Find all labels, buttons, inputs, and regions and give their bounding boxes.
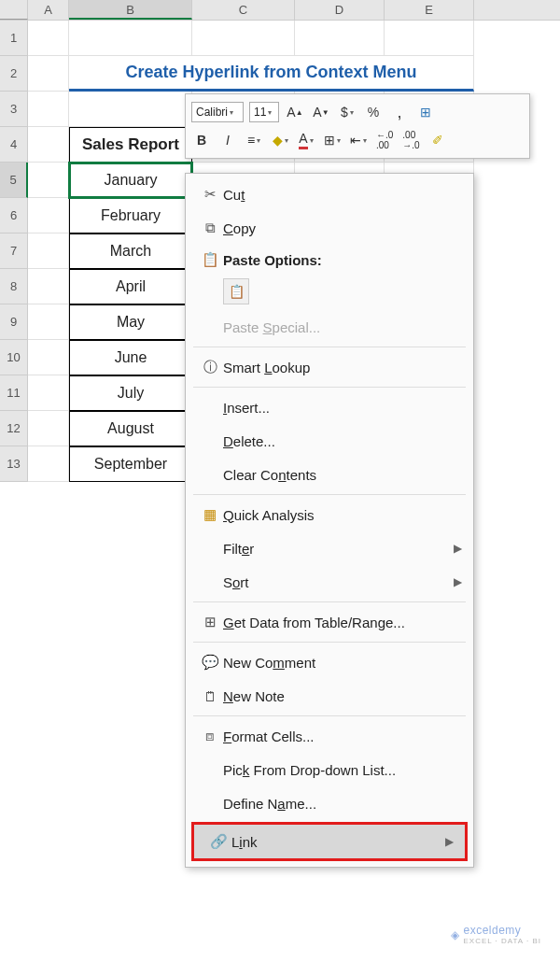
cell-a5[interactable] [28, 163, 69, 198]
cell-a13[interactable] [28, 446, 69, 482]
delete-menu-item[interactable]: Delete... [186, 424, 473, 458]
font-name-select[interactable]: Calibri▾ [191, 102, 244, 122]
row-header-8[interactable]: 8 [0, 269, 28, 304]
col-header-b[interactable]: B [69, 0, 192, 20]
italic-button[interactable]: I [217, 129, 238, 151]
cell-b13[interactable]: September [69, 446, 192, 482]
copy-menu-item[interactable]: ⧉Copy [186, 211, 473, 245]
comma-button[interactable]: , [389, 101, 410, 123]
smart-lookup-menu-item[interactable]: ⓘSmart Lookup [186, 350, 473, 384]
clipboard-icon: 📋 [197, 251, 223, 268]
cell-b3[interactable] [69, 92, 192, 127]
lightbulb-icon: ⓘ [197, 359, 223, 376]
col-header-e[interactable]: E [385, 0, 474, 20]
row-header-5[interactable]: 5 [0, 163, 28, 198]
font-size-select[interactable]: 11▾ [249, 102, 279, 122]
cell-d1[interactable] [295, 21, 385, 56]
separator [193, 347, 466, 347]
row-header-11[interactable]: 11 [0, 375, 28, 411]
new-note-menu-item[interactable]: 🗒New Note [186, 679, 473, 713]
currency-button[interactable]: $▾ [337, 101, 357, 123]
column-headers: A B C D E [0, 0, 560, 21]
insert-menu-item[interactable]: Insert... [186, 390, 473, 424]
filter-menu-item[interactable]: Filter▶ [186, 531, 473, 565]
cell-a6[interactable] [28, 198, 69, 233]
table-icon: ⊞ [197, 614, 223, 630]
format-painter-icon[interactable]: ✐ [427, 129, 448, 151]
fill-color-button[interactable]: ◆▾ [270, 129, 290, 151]
cell-b8[interactable]: April [69, 269, 192, 304]
cell-a7[interactable] [28, 233, 69, 269]
increase-font-icon[interactable]: A▲ [285, 101, 305, 123]
decrease-font-icon[interactable]: A▼ [311, 101, 331, 123]
row-header-2[interactable]: 2 [0, 56, 28, 92]
table-header-cell[interactable]: Sales Report [69, 127, 192, 163]
clear-contents-menu-item[interactable]: Clear Contents [186, 458, 473, 491]
watermark: ◈ exceldemy EXCEL · DATA · BI [451, 924, 541, 945]
quick-analysis-menu-item[interactable]: ▦Quick Analysis [186, 498, 473, 531]
format-cells-icon: ⧈ [197, 728, 223, 744]
bold-button[interactable]: B [191, 129, 212, 151]
cell-a12[interactable] [28, 411, 69, 446]
link-highlight-box: 🔗Link▶ [191, 822, 468, 861]
cell-a3[interactable] [28, 92, 69, 127]
cell-b7[interactable]: March [69, 233, 192, 269]
cell-a8[interactable] [28, 269, 69, 304]
paste-options-label: 📋Paste Options: [186, 245, 473, 275]
cell-a1[interactable] [28, 21, 69, 56]
cell-b11[interactable]: July [69, 375, 192, 411]
row-header-1[interactable]: 1 [0, 21, 28, 56]
merge-center-button[interactable]: ⇤▾ [348, 129, 369, 151]
comment-icon: 💬 [197, 654, 223, 671]
increase-decimal-button[interactable]: ←.0.00 [374, 129, 395, 151]
separator [193, 601, 466, 602]
align-button[interactable]: ≡▾ [244, 129, 264, 151]
define-name-menu-item[interactable]: Define Name... [186, 786, 473, 820]
col-header-d[interactable]: D [295, 0, 385, 20]
row-header-3[interactable]: 3 [0, 92, 28, 127]
percent-button[interactable]: % [363, 101, 384, 123]
cell-b10[interactable]: June [69, 340, 192, 375]
quick-analysis-icon: ▦ [197, 506, 223, 523]
row-header-7[interactable]: 7 [0, 233, 28, 269]
new-comment-menu-item[interactable]: 💬New Comment [186, 645, 473, 679]
cell-b5-selected[interactable]: January [69, 163, 192, 198]
row-header-12[interactable]: 12 [0, 411, 28, 446]
chevron-right-icon: ▶ [454, 542, 462, 555]
paste-option-icon[interactable]: 📋 [223, 278, 249, 304]
row-header-13[interactable]: 13 [0, 446, 28, 482]
cell-c1[interactable] [192, 21, 295, 56]
col-header-a[interactable]: A [28, 0, 69, 20]
cut-menu-item[interactable]: ✂Cut [186, 177, 473, 211]
font-color-button[interactable]: A▾ [296, 129, 316, 151]
format-cells-menu-item[interactable]: ⧈Format Cells... [186, 719, 473, 753]
select-all-corner[interactable] [0, 0, 28, 20]
context-menu: ✂Cut ⧉Copy 📋Paste Options: 📋 Paste Speci… [185, 173, 474, 868]
row-header-10[interactable]: 10 [0, 340, 28, 375]
row-header-4[interactable]: 4 [0, 127, 28, 163]
cell-b6[interactable]: February [69, 198, 192, 233]
cell-b1[interactable] [69, 21, 192, 56]
cell-a10[interactable] [28, 340, 69, 375]
table-format-icon[interactable]: ⊞ [415, 101, 436, 123]
get-data-menu-item[interactable]: ⊞Get Data from Table/Range... [186, 605, 473, 639]
pick-dropdown-menu-item[interactable]: Pick From Drop-down List... [186, 753, 473, 786]
cell-a4[interactable] [28, 127, 69, 163]
link-menu-item[interactable]: 🔗Link▶ [194, 825, 465, 858]
cell-b9[interactable]: May [69, 304, 192, 340]
sort-menu-item[interactable]: Sort▶ [186, 565, 473, 599]
title-cell[interactable]: Create Hyperlink from Context Menu [69, 56, 474, 92]
row-header-6[interactable]: 6 [0, 198, 28, 233]
separator [193, 715, 466, 716]
cell-a9[interactable] [28, 304, 69, 340]
separator [193, 387, 466, 388]
decrease-decimal-button[interactable]: .00→.0 [400, 129, 421, 151]
cell-a11[interactable] [28, 375, 69, 411]
cell-a2[interactable] [28, 56, 69, 92]
borders-button[interactable]: ⊞▾ [322, 129, 343, 151]
col-header-c[interactable]: C [192, 0, 295, 20]
cell-b12[interactable]: August [69, 411, 192, 446]
separator [193, 494, 466, 495]
row-header-9[interactable]: 9 [0, 304, 28, 340]
cell-e1[interactable] [385, 21, 474, 56]
